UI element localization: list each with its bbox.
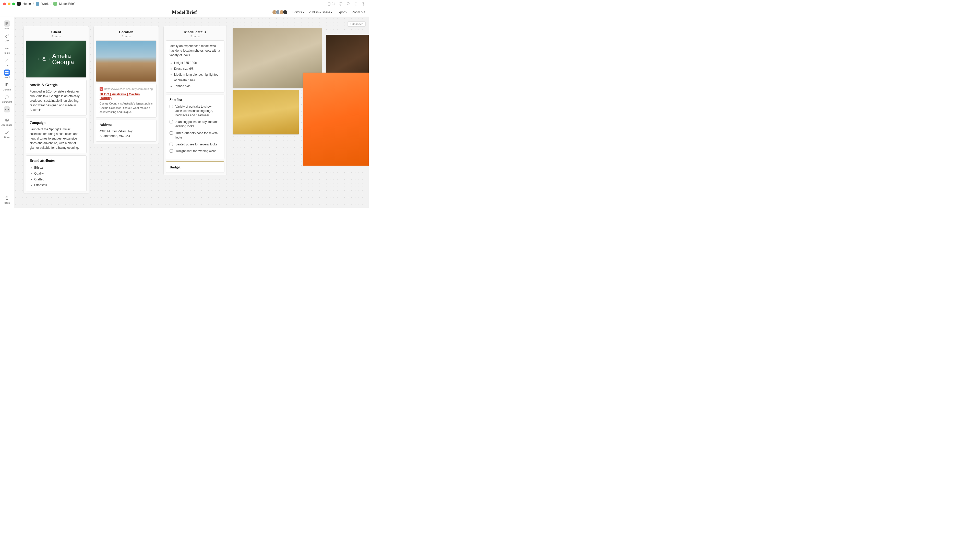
spec-list: Height 175-180cm Dress size 6/8 Medium-l… [170,60,221,89]
tool-column[interactable]: Column [3,82,11,91]
todo-card[interactable]: Shot list Variety of portraits to show a… [166,94,224,159]
header: Model Brief Editors▾ Publish & share▾ Ex… [0,8,369,17]
text-card[interactable]: Amelia & Georgia Founded in 2014 by sist… [26,80,87,115]
breadcrumb-page[interactable]: Model Brief [59,2,75,6]
home-icon [17,2,21,6]
tool-board[interactable]: Board [4,70,10,79]
todo-item: Seated poses for several looks [170,142,221,147]
search-icon[interactable] [346,2,350,6]
image-card[interactable] [96,40,156,82]
board-icon [5,70,9,75]
tool-draw[interactable]: Draw [4,129,10,139]
chevron-down-icon: ▾ [303,11,304,14]
breadcrumb-separator: / [33,2,34,6]
todo-item: Variety of portraits to show accessories… [170,105,221,117]
avatar [283,10,288,15]
board: Client 4 cards &Amelia Georgia Amelia & … [24,26,227,194]
header-actions: Editors▾ Publish & share▾ Export▾ Zoom o… [274,10,369,15]
titlebar-right: 21 [327,2,366,6]
tool-note[interactable]: Note [4,21,10,30]
checkbox[interactable] [170,120,173,123]
card-heading: Amelia & Georgia [30,83,83,87]
breadcrumb-work[interactable]: Work [41,2,49,6]
column-header: Client 4 cards [26,29,87,38]
minimize-window-button[interactable] [8,3,11,5]
card-heading: Brand attributes [30,159,83,163]
list-item: Tanned skin [174,83,221,89]
text-card[interactable]: Budget [166,161,224,173]
text-card[interactable]: Campaign Launch of the Spring/Summer col… [26,118,87,153]
zoom-out-button[interactable]: Zoom out [352,11,365,14]
tool-trash[interactable]: Trash [4,195,10,204]
logo-mark: & [38,53,49,65]
todo-label: Three-quarters pose for several looks [175,131,221,140]
reference-photo[interactable] [233,90,299,134]
todo-item: Standing poses for daytime and evening l… [170,120,221,129]
tool-todo[interactable]: To-do [4,45,10,54]
document-icon [53,2,57,6]
list-item: Medium-long blonde, highlighted or chest… [174,72,221,84]
reference-photo[interactable] [303,73,369,166]
column-client[interactable]: Client 4 cards &Amelia Georgia Amelia & … [24,26,89,194]
unsorted-badge[interactable]: 0 Unsorted [347,21,366,27]
svg-rect-0 [328,2,330,5]
tool-link[interactable]: Link [4,33,10,42]
checkbox[interactable] [170,149,173,153]
trash-icon [5,196,9,200]
editors-dropdown[interactable]: Editors▾ [293,11,304,14]
tool-sidebar: Note Link To-do Line Board Column Commen… [0,17,14,208]
gear-icon[interactable] [361,2,366,6]
checkbox[interactable] [170,143,173,146]
window-controls [3,3,15,5]
column-location[interactable]: Location 3 cards C https://www.cactuscou… [94,26,159,144]
card-heading: Campaign [30,121,83,125]
column-count: 3 cards [166,35,224,38]
link-icon [5,34,9,38]
column-count: 3 cards [96,35,156,38]
text-card[interactable]: Brand attributes Ethical Quality Crafted… [26,155,87,191]
help-icon[interactable] [339,2,343,6]
maximize-window-button[interactable] [12,3,15,5]
svg-rect-10 [7,84,8,85]
collaborator-avatars[interactable] [274,10,288,15]
tablet-icon [327,2,331,6]
image-card[interactable]: &Amelia Georgia [26,40,87,78]
address-line: Strathmerton, VIC 3641 [100,134,153,138]
column-count: 4 cards [26,35,87,38]
device-badge[interactable]: 21 [327,2,335,6]
tool-add-image[interactable]: Add image [1,117,12,126]
folder-icon [36,2,39,6]
card-heading: Address [100,123,153,127]
list-item: Crafted [34,177,83,182]
breadcrumb-home[interactable]: Home [23,2,31,6]
column-model-details[interactable]: Model details 3 cards Ideally an experie… [164,26,227,175]
checkbox[interactable] [170,105,173,108]
logo-text: Amelia Georgia [52,53,74,65]
link-card[interactable]: C https://www.cactuscountry.com.au/blog … [96,84,156,118]
list-item: Effortless [34,182,83,188]
page-title: Model Brief [172,10,197,15]
svg-rect-7 [5,73,6,74]
list-item: Dress size 6/8 [174,66,221,72]
svg-rect-5 [5,71,6,72]
checkbox[interactable] [170,131,173,135]
breadcrumb-separator: / [51,2,51,6]
pencil-icon [5,130,9,134]
tool-line[interactable]: Line [4,57,10,67]
canvas[interactable]: 0 Unsorted Client 4 cards &Amelia Georgi… [14,17,369,208]
image-icon [5,118,9,122]
text-card[interactable]: Address 4986 Murray Valley Hwy Strathmer… [96,120,156,142]
tool-more[interactable] [4,106,10,112]
publish-dropdown[interactable]: Publish & share▾ [309,11,332,14]
bell-icon[interactable] [354,2,358,6]
tool-comment[interactable]: Comment [2,94,12,103]
close-window-button[interactable] [3,3,6,5]
export-dropdown[interactable]: Export▾ [337,11,348,14]
location-image [96,41,156,81]
svg-rect-6 [7,71,8,72]
attribute-list: Ethical Quality Crafted Effortless [30,165,83,188]
url-row: C https://www.cactuscountry.com.au/blog [100,87,153,91]
link-title[interactable]: BLOG | Australia | Cactus Country [100,92,153,100]
column-title: Client [26,30,87,34]
text-card[interactable]: Ideally an experienced model who has don… [166,40,224,93]
